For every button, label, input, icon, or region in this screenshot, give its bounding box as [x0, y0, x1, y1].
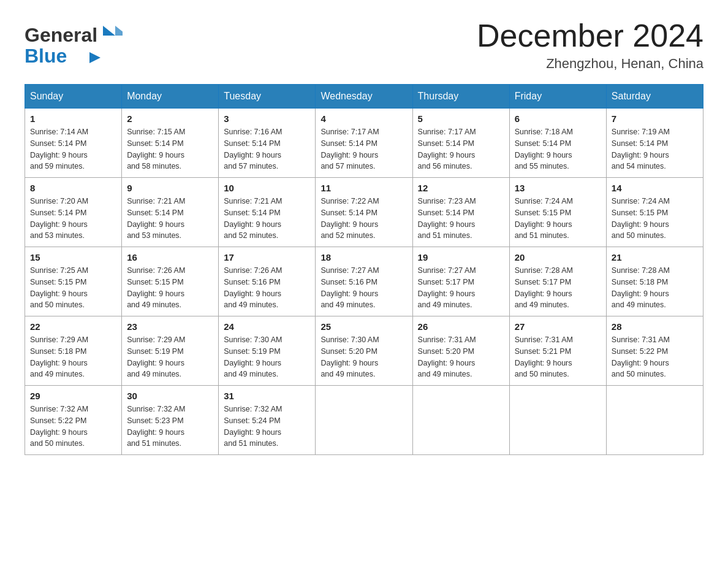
day-number: 8 — [30, 183, 116, 193]
day-info: Sunrise: 7:21 AMSunset: 5:14 PMDaylight:… — [127, 196, 213, 242]
day-info: Sunrise: 7:26 AMSunset: 5:15 PMDaylight:… — [127, 265, 213, 311]
day-info: Sunrise: 7:24 AMSunset: 5:15 PMDaylight:… — [612, 196, 698, 242]
calendar-cell: 1 Sunrise: 7:14 AMSunset: 5:14 PMDayligh… — [25, 109, 122, 178]
calendar-cell: 9 Sunrise: 7:21 AMSunset: 5:14 PMDayligh… — [122, 178, 219, 247]
day-info: Sunrise: 7:23 AMSunset: 5:14 PMDaylight:… — [418, 196, 504, 242]
day-info: Sunrise: 7:17 AMSunset: 5:14 PMDaylight:… — [418, 126, 504, 172]
day-info: Sunrise: 7:16 AMSunset: 5:14 PMDaylight:… — [224, 126, 310, 172]
day-number: 17 — [224, 252, 310, 262]
calendar-cell: 12 Sunrise: 7:23 AMSunset: 5:14 PMDaylig… — [412, 178, 509, 247]
day-number: 26 — [418, 321, 504, 332]
calendar-cell: 27 Sunrise: 7:31 AMSunset: 5:21 PMDaylig… — [509, 316, 606, 386]
calendar-cell: 3 Sunrise: 7:16 AMSunset: 5:14 PMDayligh… — [219, 109, 316, 178]
day-info: Sunrise: 7:24 AMSunset: 5:15 PMDaylight:… — [515, 196, 601, 242]
calendar-cell: 28 Sunrise: 7:31 AMSunset: 5:22 PMDaylig… — [606, 316, 703, 386]
day-number: 13 — [515, 183, 601, 193]
calendar-cell: 19 Sunrise: 7:27 AMSunset: 5:17 PMDaylig… — [412, 247, 509, 316]
svg-marker-1 — [103, 26, 115, 36]
day-info: Sunrise: 7:21 AMSunset: 5:14 PMDaylight:… — [224, 196, 310, 242]
day-info: Sunrise: 7:32 AMSunset: 5:24 PMDaylight:… — [224, 404, 310, 450]
header-day-thursday: Thursday — [412, 85, 509, 109]
svg-text:General: General — [25, 24, 97, 46]
header-day-sunday: Sunday — [25, 85, 122, 109]
day-number: 30 — [127, 391, 213, 401]
day-info: Sunrise: 7:32 AMSunset: 5:23 PMDaylight:… — [127, 404, 213, 450]
calendar-cell: 14 Sunrise: 7:24 AMSunset: 5:15 PMDaylig… — [606, 178, 703, 247]
day-number: 31 — [224, 391, 310, 401]
calendar-cell: 2 Sunrise: 7:15 AMSunset: 5:14 PMDayligh… — [122, 109, 219, 178]
day-number: 16 — [127, 252, 213, 262]
day-number: 10 — [224, 183, 310, 193]
day-number: 2 — [127, 113, 213, 124]
calendar-cell — [412, 386, 509, 455]
day-info: Sunrise: 7:28 AMSunset: 5:18 PMDaylight:… — [612, 265, 698, 311]
calendar-cell: 25 Sunrise: 7:30 AMSunset: 5:20 PMDaylig… — [316, 316, 412, 386]
day-info: Sunrise: 7:28 AMSunset: 5:17 PMDaylight:… — [515, 265, 601, 311]
calendar-cell: 7 Sunrise: 7:19 AMSunset: 5:14 PMDayligh… — [606, 109, 703, 178]
calendar-cell: 26 Sunrise: 7:31 AMSunset: 5:20 PMDaylig… — [412, 316, 509, 386]
day-number: 1 — [30, 113, 116, 124]
logo: General Blue — [25, 18, 123, 67]
calendar-cell — [316, 386, 412, 455]
calendar-cell: 6 Sunrise: 7:18 AMSunset: 5:14 PMDayligh… — [509, 109, 606, 178]
day-number: 28 — [612, 321, 698, 332]
page-header: General Blue December 2024 Zhengzhou, He… — [25, 18, 703, 72]
day-number: 7 — [612, 113, 698, 124]
day-info: Sunrise: 7:17 AMSunset: 5:14 PMDaylight:… — [320, 126, 407, 172]
day-info: Sunrise: 7:14 AMSunset: 5:14 PMDaylight:… — [30, 126, 116, 172]
calendar-cell — [509, 386, 606, 455]
calendar-cell: 18 Sunrise: 7:27 AMSunset: 5:16 PMDaylig… — [316, 247, 412, 316]
day-info: Sunrise: 7:31 AMSunset: 5:21 PMDaylight:… — [515, 334, 601, 380]
header-day-monday: Monday — [122, 85, 219, 109]
day-info: Sunrise: 7:27 AMSunset: 5:17 PMDaylight:… — [418, 265, 504, 311]
day-info: Sunrise: 7:29 AMSunset: 5:19 PMDaylight:… — [127, 334, 213, 380]
calendar-cell: 20 Sunrise: 7:28 AMSunset: 5:17 PMDaylig… — [509, 247, 606, 316]
day-info: Sunrise: 7:26 AMSunset: 5:16 PMDaylight:… — [224, 265, 310, 311]
day-number: 24 — [224, 321, 310, 332]
day-number: 25 — [320, 321, 407, 332]
day-info: Sunrise: 7:18 AMSunset: 5:14 PMDaylight:… — [515, 126, 601, 172]
month-title: December 2024 — [477, 18, 703, 53]
calendar-cell: 30 Sunrise: 7:32 AMSunset: 5:23 PMDaylig… — [122, 386, 219, 455]
calendar-cell: 31 Sunrise: 7:32 AMSunset: 5:24 PMDaylig… — [219, 386, 316, 455]
calendar-cell: 21 Sunrise: 7:28 AMSunset: 5:18 PMDaylig… — [606, 247, 703, 316]
calendar-cell — [606, 386, 703, 455]
day-number: 21 — [612, 252, 698, 262]
day-number: 27 — [515, 321, 601, 332]
header-day-tuesday: Tuesday — [219, 85, 316, 109]
calendar-cell: 17 Sunrise: 7:26 AMSunset: 5:16 PMDaylig… — [219, 247, 316, 316]
day-number: 6 — [515, 113, 601, 124]
day-info: Sunrise: 7:22 AMSunset: 5:14 PMDaylight:… — [320, 196, 407, 242]
calendar-header-row: SundayMondayTuesdayWednesdayThursdayFrid… — [25, 85, 703, 109]
day-number: 29 — [30, 391, 116, 401]
day-number: 11 — [320, 183, 407, 193]
logo-svg: General Blue — [25, 18, 123, 67]
header-day-wednesday: Wednesday — [316, 85, 412, 109]
day-number: 23 — [127, 321, 213, 332]
day-info: Sunrise: 7:29 AMSunset: 5:18 PMDaylight:… — [30, 334, 116, 380]
day-info: Sunrise: 7:30 AMSunset: 5:19 PMDaylight:… — [224, 334, 310, 380]
day-info: Sunrise: 7:15 AMSunset: 5:14 PMDaylight:… — [127, 126, 213, 172]
calendar-week-4: 22 Sunrise: 7:29 AMSunset: 5:18 PMDaylig… — [25, 316, 703, 386]
calendar-cell: 16 Sunrise: 7:26 AMSunset: 5:15 PMDaylig… — [122, 247, 219, 316]
calendar-week-2: 8 Sunrise: 7:20 AMSunset: 5:14 PMDayligh… — [25, 178, 703, 247]
day-info: Sunrise: 7:27 AMSunset: 5:16 PMDaylight:… — [320, 265, 407, 311]
svg-text:Blue: Blue — [25, 45, 67, 67]
day-number: 3 — [224, 113, 310, 124]
day-number: 22 — [30, 321, 116, 332]
day-number: 12 — [418, 183, 504, 193]
calendar-cell: 22 Sunrise: 7:29 AMSunset: 5:18 PMDaylig… — [25, 316, 122, 386]
header-day-saturday: Saturday — [606, 85, 703, 109]
day-number: 4 — [320, 113, 407, 124]
day-info: Sunrise: 7:19 AMSunset: 5:14 PMDaylight:… — [612, 126, 698, 172]
day-number: 20 — [515, 252, 601, 262]
calendar-cell: 15 Sunrise: 7:25 AMSunset: 5:15 PMDaylig… — [25, 247, 122, 316]
calendar-cell: 8 Sunrise: 7:20 AMSunset: 5:14 PMDayligh… — [25, 178, 122, 247]
calendar-cell: 11 Sunrise: 7:22 AMSunset: 5:14 PMDaylig… — [316, 178, 412, 247]
calendar-table: SundayMondayTuesdayWednesdayThursdayFrid… — [25, 84, 703, 455]
calendar-cell: 4 Sunrise: 7:17 AMSunset: 5:14 PMDayligh… — [316, 109, 412, 178]
day-info: Sunrise: 7:20 AMSunset: 5:14 PMDaylight:… — [30, 196, 116, 242]
calendar-week-5: 29 Sunrise: 7:32 AMSunset: 5:22 PMDaylig… — [25, 386, 703, 455]
day-info: Sunrise: 7:25 AMSunset: 5:15 PMDaylight:… — [30, 265, 116, 311]
location: Zhengzhou, Henan, China — [477, 56, 703, 72]
